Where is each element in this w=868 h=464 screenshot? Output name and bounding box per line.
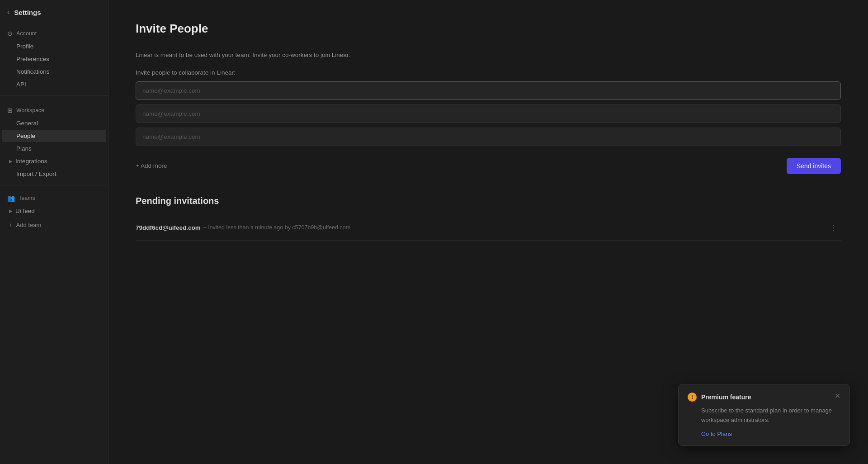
back-icon[interactable]: ‹: [7, 8, 9, 16]
account-section: ⊙ Account Profile Preferences Notificati…: [0, 27, 108, 91]
page-title: Invite People: [136, 22, 841, 36]
sidebar-item-preferences[interactable]: Preferences: [2, 53, 106, 65]
invitation-menu-button[interactable]: ⋮: [826, 222, 841, 234]
invite-form: [136, 81, 841, 151]
email-input-3[interactable]: [136, 128, 841, 146]
invite-actions: + Add more Send invites: [136, 158, 841, 174]
sidebar-item-profile[interactable]: Profile: [2, 40, 106, 52]
workspace-section-label: Workspace: [16, 107, 44, 114]
account-section-label: Account: [16, 30, 37, 37]
premium-toast: ! Premium feature ✕ Subscribe to the sta…: [678, 384, 850, 446]
warning-icon: !: [688, 393, 697, 402]
sidebar-item-label: Integrations: [15, 158, 47, 165]
sidebar-item-label: Plans: [16, 145, 32, 152]
add-more-button[interactable]: + Add more: [136, 162, 167, 169]
toast-title: Premium feature: [701, 393, 751, 401]
sidebar-item-label: Preferences: [16, 56, 49, 62]
sidebar-item-label: API: [16, 81, 26, 88]
pending-invitations-title: Pending invitations: [136, 196, 841, 206]
sidebar-item-notifications[interactable]: Notifications: [2, 66, 106, 78]
sidebar-item-label: Notifications: [16, 68, 50, 75]
sidebar-item-api[interactable]: API: [2, 78, 106, 90]
sidebar-item-ui-feed[interactable]: ▶ Ui feed: [2, 205, 106, 217]
email-input-2[interactable]: [136, 104, 841, 123]
toast-header: ! Premium feature ✕: [688, 393, 840, 402]
sidebar-item-general[interactable]: General: [2, 117, 106, 129]
add-team-label: Add team: [16, 222, 42, 228]
teams-section-header: 👥 Teams: [0, 192, 108, 204]
invitation-info: 79ddf6cd@uifeed.com – Invited less than …: [136, 224, 350, 231]
divider-2: [0, 185, 108, 185]
toast-body: Subscribe to the standard plan in order …: [688, 406, 840, 425]
sidebar-item-people[interactable]: People: [2, 130, 106, 142]
invite-description: Linear is meant to be used with your tea…: [136, 50, 841, 60]
email-input-1[interactable]: [136, 81, 841, 100]
sidebar: ‹ Settings ⊙ Account Profile Preferences…: [0, 0, 108, 464]
sidebar-item-import-export[interactable]: Import / Export: [2, 168, 106, 180]
workspace-section: ⊞ Workspace General People Plans ▶ Integ…: [0, 104, 108, 180]
account-section-header: ⊙ Account: [0, 27, 108, 40]
invitation-meta: – Invited less than a minute ago by c570…: [203, 224, 350, 231]
sidebar-item-integrations[interactable]: ▶ Integrations: [2, 155, 106, 167]
chevron-right-icon: ▶: [9, 159, 13, 164]
sidebar-item-label: General: [16, 120, 38, 127]
add-team-icon: +: [9, 222, 13, 228]
add-team-button[interactable]: + Add team: [2, 218, 106, 232]
teams-section: 👥 Teams ▶ Ui feed + Add team: [0, 192, 108, 233]
chevron-right-icon: ▶: [9, 208, 13, 213]
workspace-icon: ⊞: [7, 107, 13, 114]
workspace-section-header: ⊞ Workspace: [0, 104, 108, 117]
sidebar-item-label: Ui feed: [15, 208, 35, 214]
teams-section-label: Teams: [19, 195, 35, 201]
toast-close-button[interactable]: ✕: [835, 393, 840, 400]
toast-title-row: ! Premium feature: [688, 393, 751, 402]
sidebar-header: ‹ Settings: [0, 0, 108, 24]
pending-invitation-row: 79ddf6cd@uifeed.com – Invited less than …: [136, 215, 841, 241]
sidebar-item-plans[interactable]: Plans: [2, 142, 106, 155]
sidebar-item-label: Profile: [16, 43, 33, 50]
sidebar-title: Settings: [14, 9, 41, 16]
account-icon: ⊙: [7, 30, 13, 37]
sidebar-item-label: People: [16, 133, 35, 139]
send-invites-button[interactable]: Send invites: [787, 158, 841, 174]
invite-label: Invite people to collaborate in Linear:: [136, 69, 841, 76]
invitation-email: 79ddf6cd@uifeed.com: [136, 224, 201, 231]
sidebar-item-label: Import / Export: [16, 170, 57, 177]
teams-icon: 👥: [7, 194, 15, 202]
divider: [0, 95, 108, 96]
go-to-plans-link[interactable]: Go to Plans: [688, 431, 840, 437]
